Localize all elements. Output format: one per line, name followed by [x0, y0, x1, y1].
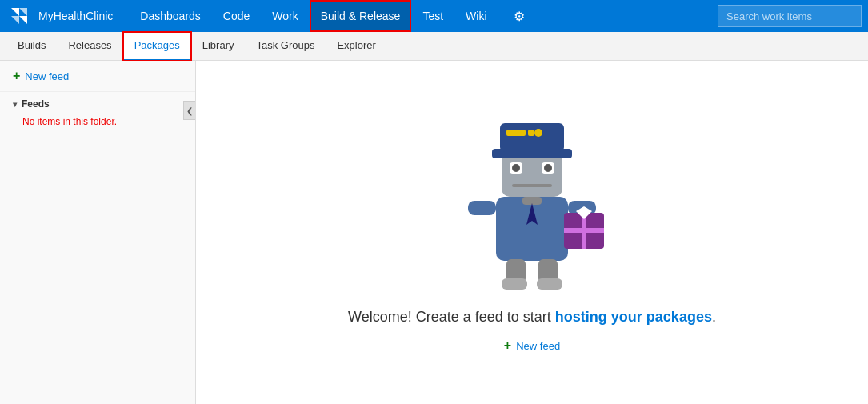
main-new-feed-plus-icon: + [504, 338, 511, 353]
svg-point-28 [534, 129, 542, 137]
new-feed-plus-icon: + [13, 69, 20, 83]
sidebar-collapse-button[interactable]: ❮ [183, 101, 196, 120]
nav-divider [502, 6, 502, 26]
nav-code[interactable]: Code [212, 0, 261, 32]
app-logo[interactable] [6, 3, 32, 29]
nav-items: Dashboards Code Work Build & Release Tes… [129, 0, 718, 32]
subnav-builds[interactable]: Builds [6, 32, 57, 61]
svg-rect-27 [537, 278, 562, 290]
robot-illustration [452, 85, 612, 293]
svg-rect-8 [506, 130, 526, 136]
subnav-releases[interactable]: Releases [57, 32, 122, 61]
svg-marker-2 [11, 16, 19, 24]
welcome-message: Welcome! Create a feed to start hosting … [348, 309, 716, 326]
svg-point-12 [512, 164, 520, 172]
svg-rect-9 [528, 130, 534, 136]
svg-point-13 [544, 164, 552, 172]
new-feed-label: New feed [25, 70, 69, 82]
collapse-triangle-icon: ▾ [13, 100, 17, 109]
nav-wiki[interactable]: Wiki [454, 0, 498, 32]
welcome-text-start: Welcome! Create a feed to start [348, 309, 555, 325]
app-name[interactable]: MyHealthClinic [38, 10, 113, 22]
svg-marker-0 [11, 8, 19, 16]
svg-rect-26 [502, 278, 527, 290]
welcome-text-end: . [712, 309, 716, 325]
svg-marker-1 [19, 8, 27, 16]
feeds-section-label: Feeds [22, 98, 50, 110]
subnav-explorer[interactable]: Explorer [326, 32, 386, 61]
top-navigation: MyHealthClinic Dashboards Code Work Buil… [0, 0, 868, 32]
svg-rect-14 [512, 184, 552, 187]
sub-navigation: Builds Releases Packages Library Task Gr… [0, 32, 868, 61]
svg-point-23 [580, 207, 588, 215]
svg-marker-3 [19, 16, 27, 24]
svg-rect-17 [468, 201, 496, 215]
nav-work[interactable]: Work [261, 0, 309, 32]
content-area: + New feed ▾ Feeds No items in this fold… [0, 61, 868, 404]
svg-rect-7 [500, 123, 564, 152]
sidebar: + New feed ▾ Feeds No items in this fold… [0, 61, 196, 404]
subnav-packages[interactable]: Packages [123, 32, 191, 61]
subnav-library[interactable]: Library [191, 32, 246, 61]
settings-icon[interactable]: ⚙ [506, 0, 533, 32]
feeds-section-header: ▾ Feeds [0, 92, 195, 113]
search-input[interactable] [718, 5, 862, 27]
nav-build-release[interactable]: Build & Release [310, 0, 412, 32]
feeds-empty-message: No items in this folder. [0, 113, 195, 134]
welcome-text-highlight: hosting your packages [555, 309, 712, 325]
nav-test[interactable]: Test [411, 0, 454, 32]
nav-dashboards[interactable]: Dashboards [129, 0, 212, 32]
main-new-feed-label: New feed [516, 340, 560, 352]
subnav-task-groups[interactable]: Task Groups [245, 32, 326, 61]
new-feed-button[interactable]: + New feed [0, 61, 195, 92]
main-new-feed-button[interactable]: + New feed [504, 338, 560, 353]
main-content: Welcome! Create a feed to start hosting … [196, 61, 868, 404]
